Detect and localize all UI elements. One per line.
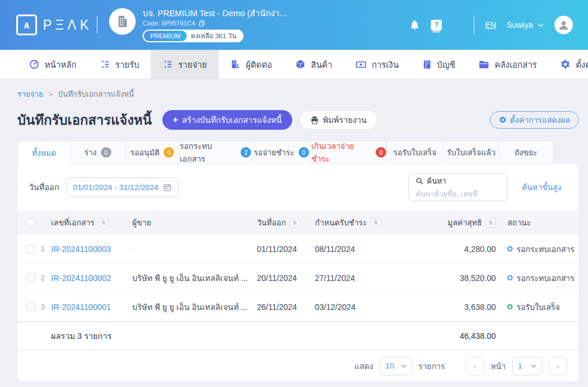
column-header-status: สถานะ bbox=[507, 216, 531, 229]
nav-item-expense[interactable]: รายจ่าย bbox=[151, 50, 219, 79]
print-report-button[interactable]: พิมพ์รายงาน bbox=[299, 110, 378, 130]
column-header-due-date: กำหนดรับชำระ bbox=[315, 216, 367, 229]
tab-all[interactable]: ทั้งหมด bbox=[17, 141, 71, 164]
tab-overdue-payment[interactable]: เกินเวลาจ่ายชำระ 0 bbox=[311, 141, 387, 164]
main-nav: หน้าหลัก รายรับ รายจ่าย bbox=[0, 50, 588, 79]
prev-page-button[interactable]: ‹ bbox=[466, 357, 484, 375]
nav-item-settings[interactable]: ตั้งค่า bbox=[549, 50, 588, 79]
calendar-icon bbox=[163, 183, 172, 192]
logo-divider bbox=[97, 16, 97, 34]
tab-draft[interactable]: ร่าง 0 bbox=[70, 141, 125, 164]
user-menu[interactable]: Suwiya bbox=[507, 20, 544, 30]
document-link[interactable]: IR-20241100002 bbox=[51, 273, 111, 283]
sort-icon[interactable]: ⇅ bbox=[486, 218, 496, 228]
apps-grid-icon[interactable] bbox=[452, 20, 463, 31]
pagination: แสดง 10 รายการ ‹ หน้า 1 › bbox=[17, 351, 579, 381]
nav-item-documents[interactable]: คลังเอกสาร bbox=[467, 50, 549, 79]
nav-item-home[interactable]: หน้าหลัก bbox=[17, 50, 88, 79]
sort-icon[interactable]: ⇅ bbox=[371, 218, 381, 228]
tab-pending-receipt[interactable]: รอรับใบเสร็จ bbox=[386, 141, 444, 164]
row-checkbox[interactable] bbox=[27, 302, 35, 311]
dashboard-icon bbox=[29, 59, 39, 70]
vendor-name: - bbox=[132, 244, 135, 254]
table-row[interactable]: 1 IR-20241100003 - 01/11/2024 08/11/2024… bbox=[17, 235, 579, 264]
nav-item-finance[interactable]: การเงิน bbox=[344, 50, 411, 79]
chevron-down-icon bbox=[401, 364, 406, 368]
display-settings-button[interactable]: ตั้งค่าการแสดงผล bbox=[490, 111, 579, 129]
building-icon bbox=[115, 14, 130, 29]
summary-total: 46,438.00 bbox=[460, 331, 496, 341]
tab-label: รออนุมัติ bbox=[130, 146, 159, 159]
tab-trash[interactable]: ถังขยะ bbox=[499, 141, 553, 164]
row-checkbox[interactable] bbox=[27, 244, 35, 253]
gear-icon bbox=[499, 116, 507, 124]
notifications-bell-icon[interactable] bbox=[409, 19, 420, 31]
sort-icon[interactable]: ⇅ bbox=[290, 218, 300, 228]
table-summary-row: ผลรวม 3 รายการ 46,438.00 bbox=[17, 322, 579, 351]
vendor-name: บริษัท พี ยู ยู เอ็น อินเทลลิเจนท์ ... bbox=[132, 272, 248, 284]
tab-receipt-received[interactable]: รับใบเสร็จแล้ว bbox=[443, 141, 499, 164]
document-link[interactable]: IR-20241100001 bbox=[51, 302, 111, 312]
document-link[interactable]: IR-20241100003 bbox=[51, 244, 111, 254]
sort-icon[interactable]: ⇅ bbox=[99, 218, 108, 228]
chevron-down-icon bbox=[531, 364, 536, 368]
tab-label: รอรับใบเสร็จ bbox=[393, 146, 436, 159]
status-label: รอรับใบเสร็จ bbox=[517, 301, 560, 313]
company-avatar[interactable] bbox=[109, 8, 136, 35]
page-number-select[interactable]: 1 bbox=[512, 357, 542, 375]
topbar-divider bbox=[474, 16, 474, 34]
create-button-label: สร้างบันทึกรับเอกสารแจ้งหนี้ bbox=[182, 114, 282, 126]
nav-item-products[interactable]: สินค้า bbox=[284, 50, 344, 79]
company-info: บจ. PREMIUM Test - Demo (สำนักงา... Code… bbox=[143, 8, 286, 42]
contacts-icon bbox=[230, 59, 241, 70]
status-label: รอกระทบเอกสาร bbox=[517, 272, 574, 284]
filter-row: วันที่ออก 01/01/2024 - 31/12/2024 ค้นหา bbox=[17, 164, 579, 210]
tab-pending-approval[interactable]: รออนุมัติ 0 bbox=[125, 141, 180, 164]
tab-pending-payment[interactable]: รอจ่ายชำระ 0 bbox=[251, 141, 311, 164]
nav-item-income[interactable]: รายรับ bbox=[88, 50, 151, 79]
company-code: Code: 5P95791C4 bbox=[143, 20, 286, 27]
table-row[interactable]: 3 IR-20241100001 บริษัท พี ยู ยู เอ็น อิ… bbox=[17, 293, 579, 322]
breadcrumb-parent-link[interactable]: รายจ่าย bbox=[17, 88, 43, 100]
ledger-book-icon bbox=[422, 60, 432, 70]
column-header-vendor: ผู้ขาย bbox=[132, 216, 151, 229]
tab-badge: 0 bbox=[299, 147, 309, 158]
plan-remaining: คงเหลือ 361 วัน bbox=[191, 31, 242, 41]
folder-icon bbox=[478, 59, 489, 70]
income-icon bbox=[100, 59, 110, 70]
next-page-button[interactable]: › bbox=[549, 357, 567, 375]
search-input[interactable]: ค้นหา ค้นหาด้วยชื่อ, เลขที่ bbox=[408, 173, 508, 201]
issue-date: 26/11/2024 bbox=[257, 302, 297, 312]
create-document-button[interactable]: + สร้างบันทึกรับเอกสารแจ้งหนี้ bbox=[162, 110, 292, 130]
page-size-select[interactable]: 10 bbox=[380, 357, 412, 375]
select-all-checkbox[interactable] bbox=[27, 218, 35, 227]
nav-item-contacts[interactable]: ผู้ติดต่อ bbox=[219, 50, 284, 79]
amount: 38,520.00 bbox=[460, 273, 496, 283]
user-name: Suwiya bbox=[507, 20, 533, 30]
column-header-amount: มูลค่าสุทธิ bbox=[448, 216, 482, 229]
display-settings-label: ตั้งค่าการแสดงผล bbox=[510, 114, 570, 126]
language-switch[interactable]: EN bbox=[485, 20, 496, 30]
row-checkbox[interactable] bbox=[27, 273, 35, 282]
page-number-value: 1 bbox=[518, 362, 522, 370]
logo-caret-icon: ∧ bbox=[16, 14, 37, 35]
copy-icon[interactable] bbox=[198, 20, 205, 27]
nav-label: บัญชี bbox=[437, 58, 455, 71]
date-range-input[interactable]: 01/01/2024 - 31/12/2024 bbox=[66, 177, 179, 197]
row-number: 1 bbox=[41, 244, 45, 253]
nav-label: ตั้งค่า bbox=[576, 58, 588, 71]
status-ring-icon bbox=[507, 304, 513, 309]
table-row[interactable]: 2 IR-20241100002 บริษัท พี ยู ยู เอ็น อิ… bbox=[17, 264, 579, 293]
issue-date-filter-label: วันที่ออก bbox=[29, 181, 59, 194]
help-manual-icon[interactable]: ? bbox=[431, 20, 442, 31]
advanced-search-link[interactable]: ค้นหาขั้นสูง bbox=[522, 181, 561, 194]
user-avatar[interactable] bbox=[554, 16, 573, 34]
peak-logo[interactable]: ∧ PΞΛK bbox=[16, 14, 109, 35]
row-number: 2 bbox=[41, 273, 45, 282]
tab-pending-reconcile[interactable]: รอกระทบเอกสาร 2 bbox=[179, 141, 252, 164]
vendor-name: บริษัท พี ยู ยู เอ็น อินเทลลิเจนท์ ... bbox=[132, 301, 248, 313]
plan-badge: PREMIUM bbox=[144, 31, 187, 41]
tab-label: ร่าง bbox=[84, 146, 96, 159]
nav-item-accounting[interactable]: บัญชี bbox=[411, 50, 467, 79]
issue-date: 20/11/2024 bbox=[257, 273, 297, 283]
